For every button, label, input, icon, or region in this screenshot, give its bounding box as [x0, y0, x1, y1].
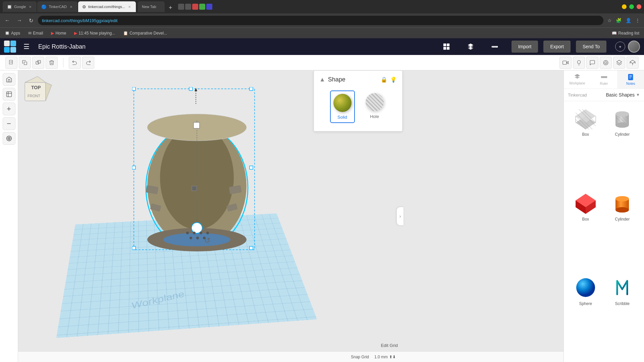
grid-icon-btn[interactable]: [434, 41, 459, 52]
bookmark-comparative[interactable]: 📋Comparative Devel...: [121, 30, 169, 36]
tab-close[interactable]: ✕: [28, 4, 33, 9]
lock-icon[interactable]: 🔒: [381, 76, 387, 83]
shape-item-sphere-blue[interactable]: Sphere: [569, 276, 602, 357]
minimize-button[interactable]: [622, 4, 627, 9]
view-cube-svg: TOP FRONT: [22, 74, 53, 105]
new-button[interactable]: [5, 57, 17, 69]
logo-cell: [4, 41, 10, 46]
project-name: Epic Rottis-Jaban: [33, 43, 434, 50]
profile-button[interactable]: 👤: [624, 16, 633, 24]
svg-point-135: [615, 122, 629, 128]
expand-panel-btn[interactable]: ›: [396, 207, 404, 226]
home-view-button[interactable]: [3, 73, 15, 86]
browser-tab[interactable]: New Tab: [138, 1, 165, 12]
svg-point-97: [196, 237, 199, 239]
source-selector[interactable]: Tinkercad Basic Shapes ▼: [564, 89, 644, 101]
hole-option[interactable]: Hole: [363, 90, 386, 123]
shape-label-box-gray: Box: [582, 132, 589, 137]
edit-grid-btn[interactable]: Edit Grid: [378, 342, 400, 349]
zoom-out-button[interactable]: −: [3, 117, 15, 130]
duplicate-button[interactable]: [32, 57, 44, 69]
svg-line-46: [98, 223, 107, 335]
shape-icon-box-red: [574, 191, 597, 215]
reload-button[interactable]: ↻: [27, 16, 35, 25]
scope-button[interactable]: [600, 57, 612, 69]
bookmark-apps[interactable]: 🔲Apps: [3, 30, 22, 36]
forward-button[interactable]: →: [15, 16, 24, 25]
view-cube[interactable]: TOP FRONT: [22, 74, 53, 105]
delete-button[interactable]: [46, 57, 58, 69]
sendto-button[interactable]: Send To: [576, 41, 606, 53]
camera-button[interactable]: [559, 57, 572, 69]
transform-button[interactable]: [627, 57, 639, 69]
extensions-button[interactable]: 🧩: [614, 16, 623, 24]
main-area: + −: [0, 70, 644, 362]
snap-grid-value[interactable]: 1.0 mm ⬆⬇: [374, 355, 396, 359]
svg-point-142: [615, 196, 629, 201]
browser-tab[interactable]: 🔲 Google ✕: [3, 1, 37, 12]
redo-button[interactable]: [82, 57, 94, 69]
add-person-button[interactable]: +: [615, 42, 625, 52]
3d-object[interactable]: ↺: [132, 87, 260, 255]
shape-item-box-red[interactable]: Box: [569, 191, 602, 272]
bookmark-home[interactable]: ▶Home: [49, 30, 68, 36]
star-button[interactable]: ☆: [606, 16, 613, 24]
workplane-btn[interactable]: [459, 41, 483, 52]
svg-line-34: [67, 262, 295, 276]
shape-type-options: Solid Hole: [319, 88, 397, 126]
browser-tab[interactable]: 🔵 TinkerCAD ✕: [37, 1, 77, 12]
tab-favicon: [178, 4, 184, 10]
address-bar[interactable]: [38, 16, 603, 25]
export-button[interactable]: Export: [543, 41, 570, 53]
close-button[interactable]: [637, 4, 641, 9]
import-button[interactable]: Import: [512, 41, 538, 53]
shape-item-box-gray[interactable]: Box: [569, 107, 602, 187]
copy-button[interactable]: [19, 57, 31, 69]
shape-item-scribble[interactable]: Scribble: [606, 276, 639, 357]
zoom-in-button[interactable]: +: [3, 103, 15, 115]
shape-panel-header: ▲ Shape 🔒 💡: [319, 76, 397, 83]
shapes-library: Workplane Ruler Notes Tinkercad Basic Sh…: [564, 70, 644, 362]
menu-button[interactable]: ⋮: [634, 16, 641, 24]
panel-collapse-btn[interactable]: ▲: [319, 76, 325, 83]
browser-tab-active[interactable]: ⚙ tinkercad.com/things... ✕: [78, 1, 136, 12]
ruler-tab[interactable]: Ruler: [591, 70, 618, 88]
solid-option[interactable]: Solid: [330, 90, 355, 123]
shapes-grid: Box: [564, 101, 644, 362]
menu-hamburger[interactable]: ☰: [20, 43, 33, 51]
layers-button[interactable]: [613, 57, 625, 69]
back-button[interactable]: ←: [3, 16, 12, 25]
bulb-icon[interactable]: 💡: [390, 76, 397, 83]
fit-all-button[interactable]: [3, 88, 15, 101]
svg-rect-12: [36, 61, 39, 64]
svg-rect-72: [250, 87, 253, 90]
comment-button[interactable]: [586, 57, 598, 69]
shape-label-cylinder-gray: Cylinder: [615, 132, 630, 137]
secondary-toolbar: [0, 55, 644, 70]
tinkercad-logo[interactable]: [0, 38, 20, 55]
orientation-button[interactable]: [3, 132, 15, 145]
bookmark-reading-list[interactable]: 📖Reading list: [610, 30, 641, 36]
ruler-btn[interactable]: [483, 41, 507, 52]
tab-favicon: [185, 4, 191, 10]
new-tab-button[interactable]: +: [167, 4, 174, 12]
notes-tab[interactable]: Notes: [617, 70, 644, 88]
canvas-area[interactable]: Workplane: [18, 70, 564, 362]
tab-close[interactable]: ✕: [69, 4, 73, 9]
bulb-button[interactable]: [573, 57, 585, 69]
undo-button[interactable]: [69, 57, 81, 69]
shape-icon-cylinder-gray: [610, 107, 634, 130]
dropdown-chevron: ▼: [636, 93, 640, 97]
tab-close-active[interactable]: ✕: [127, 4, 132, 9]
hole-sphere-icon: [366, 93, 384, 111]
bookmark-playing[interactable]: ▶11:45 Now playing...: [72, 30, 117, 36]
user-avatar[interactable]: [628, 41, 640, 53]
bottom-status-bar: Snap Grid 1.0 mm ⬆⬇: [18, 351, 564, 362]
maximize-button[interactable]: [629, 4, 634, 9]
shape-item-cylinder-gray[interactable]: Cylinder: [606, 107, 639, 187]
shape-item-cylinder-orange[interactable]: Cylinder: [606, 191, 639, 272]
category-dropdown[interactable]: Basic Shapes ▼: [606, 92, 640, 98]
svg-marker-79: [195, 88, 197, 91]
workplane-tab[interactable]: Workplane: [564, 70, 591, 88]
bookmark-email[interactable]: ✉Email: [26, 30, 45, 36]
